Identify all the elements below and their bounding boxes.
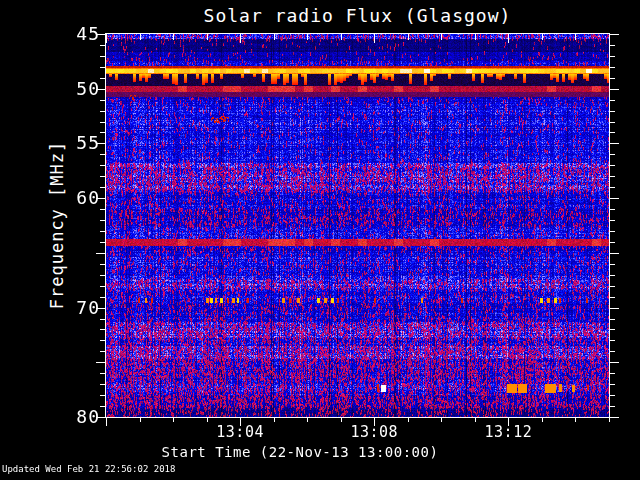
y-axis-tick-right: [610, 34, 619, 35]
y-axis-tick-right: [610, 340, 615, 341]
x-axis-tick-top: [173, 34, 174, 40]
y-axis-tick-left: [100, 242, 105, 243]
y-axis-tick-right: [610, 154, 615, 155]
y-axis-tick-left: [100, 132, 105, 133]
x-axis-tick-top: [408, 34, 409, 40]
chart-title: Solar radio Flux (Glasgow): [106, 5, 609, 26]
y-axis-tick-right: [610, 329, 615, 330]
y-axis-tick-right: [610, 209, 615, 210]
y-axis-tick-right: [610, 417, 619, 418]
y-axis-tick-left: [100, 56, 105, 57]
y-axis-tick-left: [100, 67, 105, 68]
y-axis-tick-right: [610, 45, 615, 46]
x-axis-tick-bottom: [575, 418, 576, 422]
y-axis-tick-left: [96, 362, 105, 363]
x-axis-tick-top: [609, 34, 610, 40]
x-axis-tick-top: [240, 34, 241, 43]
y-axis-tick-left: [100, 297, 105, 298]
x-axis-tick-top: [207, 34, 208, 40]
y-axis-tick-left: [100, 45, 105, 46]
y-axis-tick-left: [100, 165, 105, 166]
x-axis-tick-bottom: [609, 418, 610, 422]
y-axis-tick-left: [100, 176, 105, 177]
y-axis-tick-right: [610, 319, 615, 320]
y-axis-tick-right: [610, 176, 615, 177]
y-axis-tick-left: [100, 78, 105, 79]
x-axis-tick-bottom: [207, 418, 208, 422]
x-axis-tick-bottom: [408, 418, 409, 422]
y-axis-tick-right: [610, 187, 615, 188]
y-axis-tick-left: [100, 231, 105, 232]
y-axis-tick-right: [610, 351, 615, 352]
y-axis-tick-left: [100, 154, 105, 155]
y-axis-tick-right: [610, 231, 615, 232]
y-axis-tick-right: [610, 111, 615, 112]
y-axis-tick-right: [610, 122, 615, 123]
y-axis-tick-right: [610, 143, 619, 144]
x-axis-tick-top: [542, 34, 543, 40]
y-axis-tick-left: [100, 209, 105, 210]
y-axis-tick-label: 50: [40, 78, 100, 99]
y-axis-tick-left: [100, 100, 105, 101]
y-axis-tick-right: [610, 100, 615, 101]
app-window: Solar radio Flux (Glasgow) Frequency [MH…: [0, 0, 640, 480]
y-axis-tick-right: [610, 362, 619, 363]
x-axis-tick-bottom: [173, 418, 174, 422]
y-axis-tick-left: [100, 384, 105, 385]
y-axis-tick-right: [610, 395, 615, 396]
y-axis-title: Frequency [MHz]: [47, 141, 67, 310]
y-axis-tick-right: [610, 198, 619, 199]
x-axis-tick-top: [106, 34, 107, 43]
y-axis-tick-left: [100, 319, 105, 320]
y-axis-tick-right: [610, 264, 615, 265]
y-axis-tick-right: [610, 297, 615, 298]
y-axis-tick-label: 70: [40, 297, 100, 318]
update-timestamp: Updated Wed Feb 21 22:56:02 2018: [2, 464, 175, 474]
x-axis-tick-top: [508, 34, 509, 43]
x-axis-title: Start Time (22-Nov-13 13:00:00): [100, 444, 500, 460]
y-axis-tick-right: [610, 165, 615, 166]
x-axis-tick-bottom: [341, 418, 342, 422]
y-axis-tick-left: [100, 286, 105, 287]
x-axis-tick-top: [307, 34, 308, 40]
y-axis-tick-left: [100, 220, 105, 221]
y-axis-tick-left: [100, 264, 105, 265]
y-axis-tick-right: [610, 308, 619, 309]
plot-frame: [105, 33, 610, 418]
y-axis-tick-left: [100, 187, 105, 188]
y-axis-tick-left: [100, 351, 105, 352]
x-axis-tick-bottom: [475, 418, 476, 422]
x-axis-tick-bottom: [140, 418, 141, 422]
x-axis-tick-label: 13:08: [329, 423, 419, 441]
y-axis-tick-right: [610, 406, 615, 407]
y-axis-tick-label: 55: [40, 132, 100, 153]
x-axis-tick-bottom: [441, 418, 442, 422]
x-axis-tick-top: [140, 34, 141, 40]
y-axis-tick-right: [610, 220, 615, 221]
y-axis-tick-right: [610, 56, 615, 57]
y-axis-tick-right: [610, 89, 619, 90]
y-axis-tick-right: [610, 373, 615, 374]
x-axis-tick-top: [274, 34, 275, 40]
y-axis-tick-right: [610, 253, 619, 254]
x-axis-tick-label: 13:04: [195, 423, 285, 441]
y-axis-tick-right: [610, 78, 615, 79]
y-axis-tick-right: [610, 132, 615, 133]
y-axis-tick-left: [100, 122, 105, 123]
x-axis-tick-bottom: [106, 418, 107, 426]
y-axis-tick-left: [100, 111, 105, 112]
y-axis-tick-label: 45: [40, 23, 100, 44]
x-axis-tick-top: [374, 34, 375, 43]
x-axis-tick-top: [575, 34, 576, 40]
y-axis-tick-right: [610, 67, 615, 68]
y-axis-tick-label: 60: [40, 187, 100, 208]
y-axis-tick-right: [610, 384, 615, 385]
y-axis-tick-right: [610, 275, 615, 276]
x-axis-tick-top: [475, 34, 476, 40]
x-axis-tick-bottom: [307, 418, 308, 422]
y-axis-tick-left: [100, 395, 105, 396]
y-axis-tick-left: [96, 253, 105, 254]
y-axis-tick-right: [610, 242, 615, 243]
x-axis-tick-top: [441, 34, 442, 40]
y-axis-tick-left: [100, 329, 105, 330]
